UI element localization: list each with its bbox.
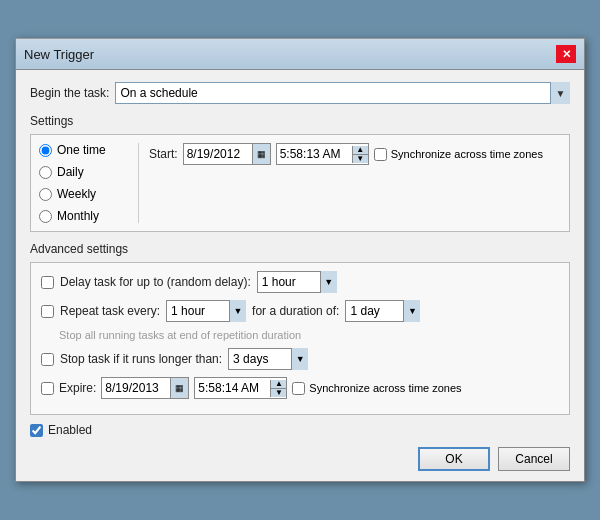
expire-row: Expire: ▦ ▲ ▼ Synchronize across time zo… (41, 377, 559, 399)
duration-select-wrapper: 1 day Indefinitely 1 hour ▼ (345, 300, 420, 322)
new-trigger-dialog: New Trigger ✕ Begin the task: On a sched… (15, 38, 585, 482)
close-button[interactable]: ✕ (556, 45, 576, 63)
start-date-picker-icon[interactable]: ▦ (252, 144, 270, 164)
radio-daily-label: Daily (57, 165, 84, 179)
expire-time-spinner: ▲ ▼ (270, 380, 286, 397)
radio-onetime-input[interactable] (39, 144, 52, 157)
start-sync-check: Synchronize across time zones (374, 148, 543, 161)
expire-date-input-wrapper: ▦ (101, 377, 189, 399)
expire-sync-check: Synchronize across time zones (292, 382, 461, 395)
expire-time-down-icon[interactable]: ▼ (271, 389, 286, 397)
radio-weekly-label: Weekly (57, 187, 96, 201)
expire-label: Expire: (59, 381, 96, 395)
radio-monthly[interactable]: Monthly (39, 209, 130, 223)
start-panel: Start: ▦ ▲ ▼ Synchronize acr (139, 143, 561, 223)
title-bar: New Trigger ✕ (16, 39, 584, 70)
stop-task-select-wrapper: 3 days 1 hour 1 day ▼ (228, 348, 308, 370)
radio-weekly[interactable]: Weekly (39, 187, 130, 201)
begin-task-select-wrapper: On a schedule At log on At startup On id… (115, 82, 570, 104)
expire-date-picker-icon[interactable]: ▦ (170, 378, 188, 398)
start-label: Start: (149, 147, 178, 161)
begin-task-label: Begin the task: (30, 86, 109, 100)
button-row: OK Cancel (30, 447, 570, 471)
expire-checkbox[interactable] (41, 382, 54, 395)
repeat-row: Repeat task every: 1 hour 5 minutes 15 m… (41, 300, 559, 322)
enabled-row: Enabled (30, 423, 570, 437)
start-time-input[interactable] (277, 144, 352, 164)
enabled-label: Enabled (48, 423, 92, 437)
start-time-spinner: ▲ ▼ (352, 146, 368, 163)
radio-daily-input[interactable] (39, 166, 52, 179)
duration-select[interactable]: 1 day Indefinitely 1 hour (345, 300, 420, 322)
settings-box: One time Daily Weekly Monthly Sta (30, 134, 570, 232)
begin-task-select[interactable]: On a schedule At log on At startup On id… (115, 82, 570, 104)
start-date-input-wrapper: ▦ (183, 143, 271, 165)
start-time-down-icon[interactable]: ▼ (353, 155, 368, 163)
advanced-box: Delay task for up to (random delay): 1 h… (30, 262, 570, 415)
expire-time-input-wrapper: ▲ ▼ (194, 377, 287, 399)
delay-select-wrapper: 1 hour 30 minutes 2 hours ▼ (257, 271, 337, 293)
stop-running-message: Stop all running tasks at end of repetit… (41, 329, 559, 341)
start-row: Start: ▦ ▲ ▼ Synchronize acr (149, 143, 561, 165)
stop-task-label: Stop task if it runs longer than: (60, 352, 222, 366)
radio-weekly-input[interactable] (39, 188, 52, 201)
delay-select[interactable]: 1 hour 30 minutes 2 hours (257, 271, 337, 293)
start-time-input-wrapper: ▲ ▼ (276, 143, 369, 165)
radio-monthly-label: Monthly (57, 209, 99, 223)
radio-monthly-input[interactable] (39, 210, 52, 223)
advanced-settings-label: Advanced settings (30, 242, 570, 256)
start-sync-checkbox[interactable] (374, 148, 387, 161)
ok-button[interactable]: OK (418, 447, 490, 471)
radio-onetime-label: One time (57, 143, 106, 157)
delay-row: Delay task for up to (random delay): 1 h… (41, 271, 559, 293)
duration-label: for a duration of: (252, 304, 339, 318)
delay-label: Delay task for up to (random delay): (60, 275, 251, 289)
stop-task-select[interactable]: 3 days 1 hour 1 day (228, 348, 308, 370)
dialog-title: New Trigger (24, 47, 94, 62)
start-sync-label: Synchronize across time zones (391, 148, 543, 160)
start-date-input[interactable] (184, 144, 252, 164)
repeat-label: Repeat task every: (60, 304, 160, 318)
expire-sync-label: Synchronize across time zones (309, 382, 461, 394)
enabled-checkbox[interactable] (30, 424, 43, 437)
repeat-select[interactable]: 1 hour 5 minutes 15 minutes 30 minutes (166, 300, 246, 322)
stop-task-checkbox[interactable] (41, 353, 54, 366)
dialog-body: Begin the task: On a schedule At log on … (16, 70, 584, 481)
delay-checkbox[interactable] (41, 276, 54, 289)
expire-sync-checkbox[interactable] (292, 382, 305, 395)
radio-onetime[interactable]: One time (39, 143, 130, 157)
radio-daily[interactable]: Daily (39, 165, 130, 179)
repeat-checkbox[interactable] (41, 305, 54, 318)
stop-task-row: Stop task if it runs longer than: 3 days… (41, 348, 559, 370)
expire-date-input[interactable] (102, 378, 170, 398)
settings-label: Settings (30, 114, 570, 128)
begin-task-row: Begin the task: On a schedule At log on … (30, 82, 570, 104)
schedule-radio-group: One time Daily Weekly Monthly (39, 143, 139, 223)
repeat-select-wrapper: 1 hour 5 minutes 15 minutes 30 minutes ▼ (166, 300, 246, 322)
expire-time-input[interactable] (195, 378, 270, 398)
cancel-button[interactable]: Cancel (498, 447, 570, 471)
